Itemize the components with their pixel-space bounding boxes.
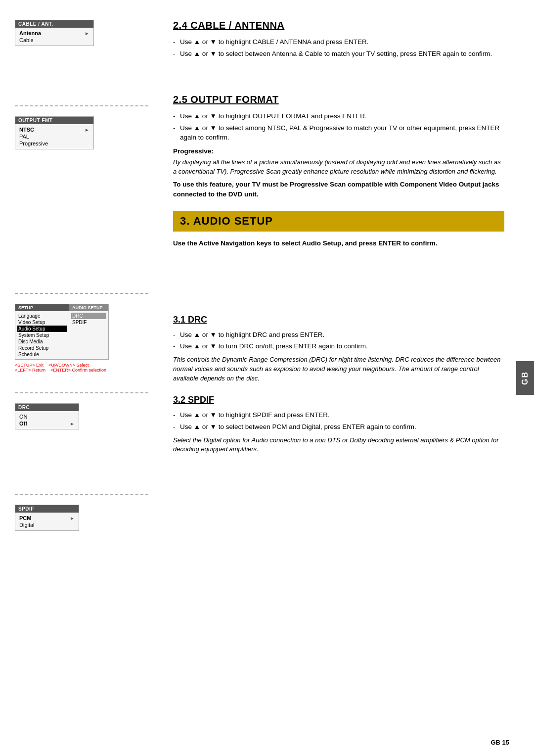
progressive-heading: Progressive: (173, 147, 214, 155)
drc-item-off: Off ► (18, 420, 76, 427)
spdif-item-digital: Digital (18, 521, 76, 528)
divider-2 (15, 293, 148, 294)
spdif-heading: 3.2 SPDIF (173, 395, 504, 405)
output-format-box-header: OUTPUT FMT (15, 117, 93, 124)
spdif-bullet-1: Use ▲ or ▼ to highlight SPDIF and press … (173, 410, 504, 420)
setup-menu-item-schedule: Schedule (17, 351, 67, 358)
audio-submenu: AUDIO SETUP DRC SPDIF (69, 304, 109, 360)
drc-bullet-1: Use ▲ or ▼ to highlight DRC and press EN… (173, 330, 504, 340)
key-hints: <SETUP> Exit <UP/DOWN> Select <LEFT> Ret… (15, 363, 148, 373)
output-format-item-pal: PAL (18, 133, 90, 140)
cable-antenna-bullets: Use ▲ or ▼ to highlight CABLE / ANTENNA … (173, 37, 504, 58)
section-cable-antenna: 2.4 CABLE / ANTENNA Use ▲ or ▼ to highli… (173, 20, 504, 58)
output-format-bullet-1: Use ▲ or ▼ to highlight OUTPUT FORMAT an… (173, 111, 504, 121)
drc-italic-note: This controls the Dynamic Range Compress… (173, 355, 504, 383)
spdif-italic-note: Select the Digital option for Audio conn… (173, 436, 504, 455)
cable-antenna-item-antenna: Antenna ► (18, 30, 90, 37)
output-format-bullet-2: Use ▲ or ▼ to select among NTSC, PAL & P… (173, 123, 504, 142)
audio-submenu-body: DRC SPDIF (69, 311, 108, 327)
spdif-bullet-2: Use ▲ or ▼ to select between PCM and Dig… (173, 422, 504, 432)
left-column: CABLE / ANT. Antenna ► Cable OUTPUT FMT … (0, 0, 158, 756)
cable-antenna-item-cable: Cable (18, 37, 90, 44)
arrow-right-icon-ntsc: ► (85, 127, 89, 133)
output-format-item-progressive: Progressive (18, 140, 90, 147)
cable-antenna-bullet-1: Use ▲ or ▼ to highlight CABLE / ANTENNA … (173, 37, 504, 47)
output-format-ui-box: OUTPUT FMT NTSC ► PAL Progressive (15, 116, 94, 149)
right-column: 2.4 CABLE / ANTENNA Use ▲ or ▼ to highli… (158, 0, 534, 756)
divider-1 (15, 105, 148, 106)
section-spdif: 3.2 SPDIF Use ▲ or ▼ to highlight SPDIF … (173, 395, 504, 454)
setup-menu-item-record: Record Setup (17, 345, 67, 351)
cable-antenna-heading: 2.4 CABLE / ANTENNA (173, 20, 504, 31)
page-number: GB 15 (490, 739, 509, 746)
audio-submenu-header: AUDIO SETUP (69, 304, 108, 311)
section-output-format: 2.5 OUTPUT FORMAT Use ▲ or ▼ to highligh… (173, 94, 504, 199)
audio-setup-menu-container: SETUP Language Video Setup Audio Setup S… (15, 304, 148, 360)
section-audio-setup: 3. AUDIO SETUP Use the Active Navigation… (173, 211, 504, 248)
divider-3 (15, 392, 148, 393)
key-hint-updown: <UP/DOWN> Select (48, 363, 89, 368)
progressive-italic: By displaying all the lines of a picture… (173, 158, 504, 177)
drc-bullet-2: Use ▲ or ▼ to turn DRC on/off, press ENT… (173, 341, 504, 351)
drc-ui-box: DRC ON Off ► (15, 403, 79, 429)
drc-box-header: DRC (15, 404, 79, 411)
setup-menu-body: Language Video Setup Audio Setup System … (15, 311, 69, 359)
key-hint-left: <LEFT> Return (15, 368, 45, 373)
arrow-right-icon: ► (85, 31, 89, 36)
side-tab-gb: GB (516, 361, 534, 395)
setup-menu-item-audio: Audio Setup (17, 326, 67, 332)
divider-4 (15, 494, 148, 495)
audio-setup-intro: Use the Active Navigation keys to select… (173, 238, 504, 248)
drc-bullets: Use ▲ or ▼ to highlight DRC and press EN… (173, 330, 504, 351)
cable-antenna-ui-box: CABLE / ANT. Antenna ► Cable (15, 20, 94, 46)
setup-menu-item-system: System Setup (17, 332, 67, 338)
setup-menu-item-video: Video Setup (17, 319, 67, 326)
progressive-bold: To use this feature, your TV must be Pro… (173, 180, 504, 199)
audio-setup-heading: 3. AUDIO SETUP (173, 211, 504, 232)
spdif-box-header: SPDIF (15, 505, 79, 513)
arrow-right-icon-drc: ► (70, 421, 75, 426)
setup-menu: SETUP Language Video Setup Audio Setup S… (15, 304, 69, 360)
key-hint-setup: <SETUP> Exit (15, 363, 44, 368)
key-hint-enter: <ENTER> Confirm selection (50, 368, 106, 373)
drc-item-on: ON (18, 413, 76, 420)
audio-submenu-item-spdif: SPDIF (71, 319, 106, 326)
output-format-item-ntsc: NTSC ► (18, 126, 90, 133)
setup-menu-header: SETUP (15, 304, 69, 311)
cable-antenna-box-header: CABLE / ANT. (15, 20, 93, 28)
setup-menu-item-disc: Disc Media (17, 338, 67, 345)
audio-submenu-item-drc: DRC (71, 313, 106, 319)
arrow-right-icon-spdif: ► (70, 516, 75, 521)
output-format-bullets: Use ▲ or ▼ to highlight OUTPUT FORMAT an… (173, 111, 504, 142)
output-format-heading: 2.5 OUTPUT FORMAT (173, 94, 504, 105)
cable-antenna-bullet-2: Use ▲ or ▼ to select between Antenna & C… (173, 49, 504, 59)
setup-menu-item-language: Language (17, 313, 67, 319)
spdif-item-pcm: PCM ► (18, 515, 76, 521)
drc-heading: 3.1 DRC (173, 315, 504, 325)
spdif-bullets: Use ▲ or ▼ to highlight SPDIF and press … (173, 410, 504, 431)
section-drc: 3.1 DRC Use ▲ or ▼ to highlight DRC and … (173, 315, 504, 383)
spdif-ui-box: SPDIF PCM ► Digital (15, 505, 79, 531)
